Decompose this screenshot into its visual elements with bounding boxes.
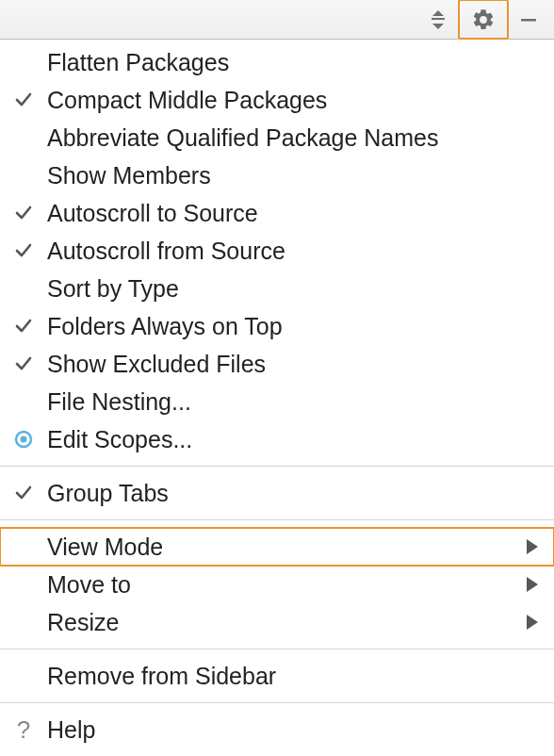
collapse-button[interactable]	[420, 3, 456, 37]
menu-item-label: Show Members	[47, 162, 524, 189]
svg-rect-3	[521, 19, 536, 22]
collapse-icon	[430, 10, 447, 29]
menu-item-label: Remove from Sidebar	[47, 663, 524, 690]
check-icon	[0, 204, 47, 222]
check-icon	[0, 484, 47, 502]
menu-item-label: Help	[47, 716, 524, 744]
radio-icon	[0, 430, 47, 449]
menu-separator	[0, 649, 554, 649]
svg-rect-1	[432, 18, 445, 20]
menu-item-group-tabs[interactable]: Group Tabs	[0, 474, 554, 512]
context-menu: Flatten PackagesCompact Middle PackagesA…	[0, 40, 554, 748]
menu-item-sort-by-type[interactable]: Sort by Type	[0, 270, 554, 307]
chevron-right-icon	[524, 615, 541, 630]
menu-item-folders-always-on-top[interactable]: Folders Always on Top	[0, 307, 554, 345]
toolbar	[0, 0, 554, 40]
menu-item-label: View Mode	[47, 534, 524, 561]
check-icon	[0, 90, 47, 109]
menu-item-flatten-packages[interactable]: Flatten Packages	[0, 43, 554, 81]
menu-item-abbreviate-qualified-package-names[interactable]: Abbreviate Qualified Package Names	[0, 119, 554, 156]
menu-item-label: Move to	[47, 571, 524, 599]
menu-item-view-mode[interactable]: View Mode	[0, 528, 554, 566]
menu-item-label: Show Excluded Files	[47, 351, 524, 378]
chevron-right-icon	[524, 577, 541, 592]
menu-item-show-members[interactable]: Show Members	[0, 156, 554, 194]
menu-item-label: Sort by Type	[47, 275, 524, 303]
menu-item-autoscroll-to-source[interactable]: Autoscroll to Source	[0, 194, 554, 232]
chevron-right-icon	[524, 539, 541, 554]
menu-item-compact-middle-packages[interactable]: Compact Middle Packages	[0, 81, 554, 119]
menu-item-move-to[interactable]: Move to	[0, 566, 554, 603]
menu-item-label: File Nesting...	[47, 388, 524, 416]
minimize-icon	[519, 10, 538, 29]
svg-marker-6	[527, 539, 538, 554]
menu-separator	[0, 519, 554, 520]
menu-item-label: Autoscroll to Source	[47, 200, 524, 227]
svg-marker-2	[432, 24, 444, 29]
svg-marker-7	[527, 577, 538, 592]
menu-item-help[interactable]: ?Help	[0, 711, 554, 748]
check-icon	[0, 354, 47, 373]
check-icon	[0, 317, 47, 336]
menu-item-autoscroll-from-source[interactable]: Autoscroll from Source	[0, 232, 554, 270]
menu-item-label: Folders Always on Top	[47, 313, 524, 340]
svg-point-5	[21, 436, 27, 443]
menu-item-label: Abbreviate Qualified Package Names	[47, 124, 524, 152]
menu-item-label: Autoscroll from Source	[47, 238, 524, 265]
menu-separator	[0, 466, 554, 467]
menu-item-edit-scopes[interactable]: Edit Scopes...	[0, 420, 554, 458]
menu-item-remove-from-sidebar[interactable]: Remove from Sidebar	[0, 657, 554, 695]
menu-item-file-nesting[interactable]: File Nesting...	[0, 383, 554, 420]
menu-item-label: Edit Scopes...	[47, 426, 524, 453]
menu-item-label: Compact Middle Packages	[47, 87, 524, 114]
minimize-button[interactable]	[511, 3, 546, 37]
check-icon	[0, 241, 47, 260]
menu-item-resize[interactable]: Resize	[0, 603, 554, 641]
menu-item-show-excluded-files[interactable]: Show Excluded Files	[0, 345, 554, 383]
menu-separator	[0, 702, 554, 703]
settings-button[interactable]	[458, 0, 509, 40]
help-icon: ?	[0, 715, 47, 745]
gear-icon	[471, 8, 496, 32]
svg-marker-8	[527, 615, 538, 630]
menu-item-label: Resize	[47, 609, 524, 636]
menu-item-label: Flatten Packages	[47, 49, 524, 76]
svg-marker-0	[432, 10, 444, 16]
menu-item-label: Group Tabs	[47, 480, 524, 507]
